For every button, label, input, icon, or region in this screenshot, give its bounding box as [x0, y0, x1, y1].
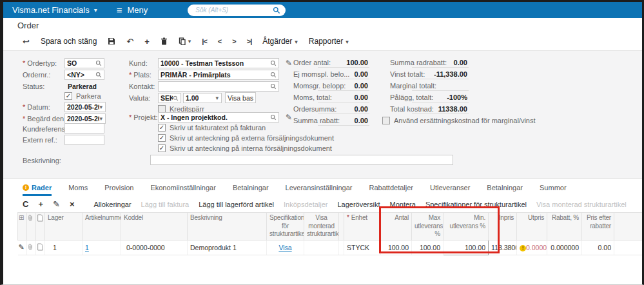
- ersattningskostnad-checkbox[interactable]: [382, 117, 390, 124]
- undo-icon[interactable]: ↶: [126, 37, 133, 46]
- col-lager[interactable]: Lager: [45, 213, 83, 241]
- col-utpris[interactable]: Utpris: [517, 213, 547, 241]
- reports-menu-button[interactable]: Rapporter▾: [309, 37, 349, 46]
- cell-pris-efter-rabatter[interactable]: 0.00: [582, 240, 614, 255]
- tab-rader[interactable]: ! Rader: [23, 184, 52, 196]
- extern-ref-input[interactable]: [64, 135, 104, 145]
- col-visa-monterad[interactable]: Visa monterad strukturartike: [304, 213, 339, 241]
- ordertyp-input[interactable]: SO: [64, 58, 104, 68]
- back-icon[interactable]: ↩: [23, 37, 30, 46]
- cell-specifikation[interactable]: Visa: [267, 240, 304, 255]
- delete-icon[interactable]: [161, 37, 168, 45]
- cell-min-utleverans[interactable]: 100.00: [444, 240, 489, 255]
- begard-den-input[interactable]: 2020-05-20 ▾: [64, 113, 106, 124]
- tab-betalningar-2[interactable]: Betalningar: [487, 184, 523, 196]
- specifikationer-button[interactable]: Specifikationer för strukturartikel: [425, 201, 527, 208]
- add-row-icon[interactable]: +: [38, 200, 43, 208]
- copy-paste-button[interactable]: ▾: [179, 37, 191, 45]
- app-switcher[interactable]: Visma.net Financials ▾: [12, 5, 108, 15]
- datum-input[interactable]: 2020-05-20 ▾: [64, 102, 106, 112]
- delete-row-icon[interactable]: ×: [70, 200, 75, 208]
- valuta-rate-input[interactable]: 1.00 ▾: [183, 93, 222, 103]
- col-koddel[interactable]: Koddel: [121, 213, 188, 241]
- edit-projekt-icon[interactable]: ✎: [286, 113, 292, 122]
- col-inpris[interactable]: Inpris: [489, 213, 517, 241]
- cell-utpris[interactable]: ! 0.0000: [517, 240, 547, 255]
- tab-leveransinstallningar[interactable]: Leveransinställningar: [286, 184, 353, 196]
- row-note-icon[interactable]: [36, 240, 45, 255]
- search-input[interactable]: [194, 6, 269, 14]
- kund-input[interactable]: 10000 - Testman Testsson: [158, 58, 279, 68]
- col-artikelnummer[interactable]: Artikelnummer: [83, 213, 121, 241]
- cell-inpris[interactable]: 113.3800: [489, 240, 517, 255]
- valuta-code-input[interactable]: SEK: [158, 93, 181, 103]
- visa-bas-button[interactable]: Visa bas: [225, 92, 256, 103]
- tab-summor[interactable]: Summor: [540, 184, 567, 196]
- first-record-icon[interactable]: |<: [202, 37, 207, 45]
- row-attachment-icon[interactable]: [27, 240, 36, 255]
- grid-settings-icon[interactable]: ⊞: [18, 213, 27, 241]
- add-icon[interactable]: +: [144, 37, 150, 46]
- tab-ekonomiinstallningar[interactable]: Ekonomiinställningar: [150, 184, 216, 196]
- calendar-dropdown-icon[interactable]: ▾: [99, 104, 105, 110]
- lookup-icon[interactable]: [173, 95, 181, 101]
- print-externa-checkbox[interactable]: ✓: [158, 134, 166, 142]
- tab-betalningar[interactable]: Betalningar: [233, 184, 269, 196]
- print-interna-checkbox[interactable]: ✓: [158, 144, 166, 152]
- allokeringar-button[interactable]: Allokeringar: [93, 201, 131, 208]
- lookup-icon[interactable]: [270, 72, 278, 78]
- cell-koddel[interactable]: 0-0000-0000: [121, 240, 188, 255]
- cell-rabatt[interactable]: 0.000000: [547, 240, 582, 255]
- lookup-icon[interactable]: [270, 60, 278, 66]
- lageroversikt-button[interactable]: Lageröversikt: [337, 201, 380, 208]
- lookup-icon[interactable]: [95, 60, 104, 66]
- col-min-utleverans[interactable]: Min. utleverans %: [444, 213, 489, 241]
- montera-button[interactable]: Montera: [390, 201, 416, 208]
- col-rabatt[interactable]: Rabatt, %: [547, 213, 582, 241]
- tab-utleveranser[interactable]: Utleveranser: [430, 184, 470, 196]
- tab-moms[interactable]: Moms: [68, 184, 88, 196]
- artikelnummer-link[interactable]: 1: [85, 244, 89, 251]
- ordernr-input[interactable]: <NY>: [64, 70, 104, 80]
- beskrivning-input[interactable]: [150, 155, 453, 165]
- menu-button[interactable]: ≡ Meny: [117, 5, 148, 15]
- lagg-till-lagerford-artikel-button[interactable]: Lägg till lagerförd artikel: [199, 201, 274, 208]
- cell-enhet[interactable]: STYCK: [344, 240, 381, 255]
- col-enhet[interactable]: *Enhet: [344, 213, 381, 241]
- edit-row-icon[interactable]: ✎: [53, 200, 60, 208]
- chevron-down-icon[interactable]: ▾: [215, 95, 221, 101]
- actions-menu-button[interactable]: Åtgärder▾: [262, 37, 298, 46]
- save-icon[interactable]: [108, 37, 115, 45]
- visa-link[interactable]: Visa: [278, 244, 291, 251]
- last-record-icon[interactable]: >|: [247, 37, 252, 45]
- col-specifikation[interactable]: Specifikation för strukturartike: [267, 213, 304, 241]
- col-beskrivning[interactable]: Beskrivning: [188, 213, 267, 241]
- cell-beskrivning[interactable]: Demoprodukt 1: [188, 240, 267, 255]
- tab-provision[interactable]: Provision: [104, 184, 133, 196]
- col-max-utleverans[interactable]: Max utleverans %: [412, 213, 444, 241]
- tab-rabattdetaljer[interactable]: Rabattdetaljer: [369, 184, 414, 196]
- cell-lager[interactable]: 1: [45, 240, 83, 255]
- kontakt-input[interactable]: [158, 81, 279, 92]
- save-and-close-button[interactable]: Spara och stäng: [41, 37, 97, 46]
- cell-max-utleverans[interactable]: 100.00: [412, 240, 444, 255]
- lookup-icon[interactable]: [270, 114, 278, 121]
- row-edit-icon[interactable]: ✎: [18, 240, 27, 255]
- calendar-dropdown-icon[interactable]: ▾: [99, 115, 105, 122]
- cell-antal[interactable]: 100.00: [381, 240, 412, 255]
- print-fakturatext-checkbox[interactable]: ✓: [158, 124, 166, 132]
- parkera-checkbox[interactable]: ✓: [64, 92, 72, 100]
- search-icon[interactable]: [273, 6, 280, 14]
- edit-kund-icon[interactable]: ✎: [286, 59, 292, 68]
- table-row[interactable]: ✎ 1 1 0-0000-0000 Demoprodukt 1 Visa STY…: [18, 240, 644, 255]
- cell-artikelnummer[interactable]: 1: [83, 240, 121, 255]
- plats-input[interactable]: PRIMÄR - Primärplats: [158, 70, 279, 80]
- lookup-icon[interactable]: [270, 83, 278, 90]
- previous-record-icon[interactable]: <: [218, 37, 221, 45]
- next-record-icon[interactable]: >: [232, 37, 235, 45]
- col-pris-efter-rabatter[interactable]: Pris efter rabatter: [582, 213, 614, 241]
- col-antal[interactable]: Antal: [381, 213, 412, 241]
- refresh-icon[interactable]: C: [23, 200, 28, 208]
- kundreferens-input[interactable]: [64, 123, 104, 133]
- projekt-input[interactable]: X - Ingen projektkod.: [158, 112, 279, 123]
